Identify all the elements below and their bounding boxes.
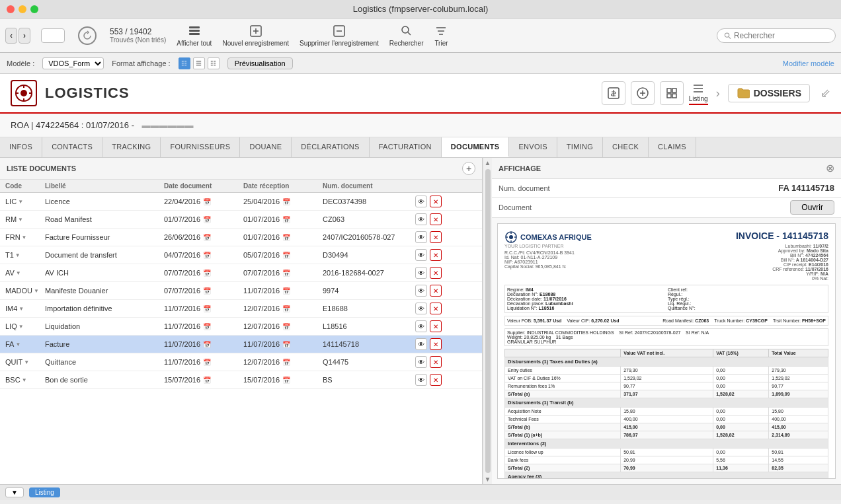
view-btn-4[interactable]: 👁 [415,267,427,279]
listing-button[interactable]: Listing [689,82,708,105]
del-btn-7[interactable]: ✕ [430,320,442,332]
modele-select[interactable]: VDOS_Form [42,57,104,69]
dossiers-button[interactable]: DOSSIERS [728,84,810,102]
modify-model-button[interactable]: Modifier modèle [783,59,834,67]
search-input[interactable] [734,31,828,40]
tab-envois[interactable]: ENVOIS [509,137,557,157]
cal-date-rec-9[interactable]: 📅 [282,359,290,366]
del-btn-4[interactable]: ✕ [430,267,442,279]
tab-timing[interactable]: TIMING [557,137,603,157]
table-row[interactable]: LIC ▼ Licence 22/04/2016 📅 25/04/2016 📅 … [0,193,482,211]
expand-icon[interactable]: ⇙ [821,86,830,100]
del-btn-1[interactable]: ✕ [430,213,442,225]
code-dropdown-1[interactable]: ▼ [18,217,23,223]
code-dropdown-8[interactable]: ▼ [15,342,20,347]
add-circle-icon[interactable] [631,81,655,105]
view-btn-8[interactable]: 👁 [415,338,427,350]
table-row[interactable]: RM ▼ Road Manifest 01/07/2016 📅 01/07/20… [0,211,482,229]
code-dropdown-3[interactable]: ▼ [15,252,20,258]
table-row[interactable]: MADOU ▼ Manifeste Douanier 07/07/2016 📅 … [0,282,482,300]
add-document-button[interactable]: + [462,162,475,175]
code-dropdown-7[interactable]: ▼ [19,324,24,330]
scroll-up-arrow[interactable]: ▲ [485,159,491,166]
view-btn-0[interactable]: 👁 [415,196,427,207]
del-btn-9[interactable]: ✕ [430,356,442,368]
view-btn-5[interactable]: 👁 [415,285,427,297]
tab-fournisseurs[interactable]: FOURNISSEURS [161,137,240,157]
cal-date-rec-3[interactable]: 📅 [282,252,290,259]
del-btn-3[interactable]: ✕ [430,249,442,261]
cal-date-rec-0[interactable]: 📅 [282,198,290,205]
del-btn-2[interactable]: ✕ [430,231,442,243]
view-btn-2[interactable]: 👁 [415,231,427,243]
afficher-tout-button[interactable]: Afficher tout [177,24,212,47]
cal-date-rec-10[interactable]: 📅 [282,377,290,384]
del-btn-6[interactable]: ✕ [430,303,442,314]
table-row[interactable]: AV ▼ AV ICH 07/07/2016 📅 07/07/2016 📅 20… [0,264,482,282]
table-row[interactable]: QUIT ▼ Quittance 11/07/2016 📅 12/07/2016… [0,353,482,371]
del-btn-0[interactable]: ✕ [430,196,442,207]
tab-infos[interactable]: INFOS [0,137,42,157]
minimize-dot[interactable] [19,5,26,13]
code-dropdown-5[interactable]: ▼ [34,288,39,294]
code-dropdown-4[interactable]: ▼ [16,270,21,276]
code-dropdown-9[interactable]: ▼ [24,359,29,365]
rechercher-button[interactable]: Rechercher [389,24,424,47]
view-btn-9[interactable]: 👁 [415,356,427,368]
tab-douane[interactable]: DOUANE [240,137,292,157]
ouvrir-button[interactable]: Ouvrir [790,200,834,215]
scroll-bar[interactable]: ▲ ▼ [483,158,492,484]
cal-date-doc-9[interactable]: 📅 [203,359,211,366]
code-dropdown-0[interactable]: ▼ [18,199,23,205]
tab-declarations[interactable]: DÉCLARATIONS [292,137,369,157]
tab-documents[interactable]: DOCUMENTS [442,137,510,157]
cal-date-doc-7[interactable]: 📅 [203,323,211,330]
table-row[interactable]: LIQ ▼ Liquidation 11/07/2016 📅 12/07/201… [0,318,482,336]
cal-date-doc-4[interactable]: 📅 [203,270,211,277]
chevron-right-icon[interactable]: › [716,87,720,100]
cal-date-rec-4[interactable]: 📅 [282,270,290,277]
tab-claims[interactable]: CLAIMS [649,137,696,157]
cal-date-doc-10[interactable]: 📅 [203,377,211,384]
tab-facturation[interactable]: FACTURATION [370,137,442,157]
maximize-dot[interactable] [30,5,38,13]
search-box[interactable] [717,28,836,43]
cal-date-rec-6[interactable]: 📅 [282,305,290,312]
view-btn-3[interactable]: 👁 [415,249,427,261]
cal-date-rec-8[interactable]: 📅 [282,341,290,348]
cal-date-doc-6[interactable]: 📅 [203,305,211,312]
cal-date-doc-5[interactable]: 📅 [203,287,211,295]
view-btn-6[interactable]: 👁 [415,303,427,314]
format-table-icon[interactable]: ☰ [193,57,205,69]
next-button[interactable]: › [19,28,30,44]
cal-date-rec-5[interactable]: 📅 [282,287,290,295]
del-btn-10[interactable]: ✕ [430,374,442,386]
format-list-icon[interactable]: ☷ [179,57,190,69]
dollar-icon[interactable] [602,81,625,105]
format-grid-icon[interactable]: ☷ [208,57,220,69]
scroll-thumb[interactable] [485,169,491,473]
record-number-input[interactable]: 16 [41,28,65,43]
preview-button[interactable]: Prévisualisation [227,57,293,69]
cal-date-doc-8[interactable]: 📅 [203,341,211,348]
cal-date-rec-1[interactable]: 📅 [282,216,290,223]
refresh-icon[interactable] [78,26,97,45]
del-btn-8[interactable]: ✕ [430,338,442,350]
table-row[interactable]: FRN ▼ Facture Fournisseur 26/06/2016 📅 0… [0,229,482,246]
table-row[interactable]: FA ▼ Facture 11/07/2016 📅 11/07/2016 📅 1… [0,336,482,353]
del-btn-5[interactable]: ✕ [430,285,442,297]
tab-tracking[interactable]: TRACKING [102,137,161,157]
code-dropdown-10[interactable]: ▼ [22,377,27,383]
cal-date-doc-3[interactable]: 📅 [203,252,211,259]
scroll-down-arrow[interactable]: ▼ [485,476,491,483]
cal-date-rec-2[interactable]: 📅 [282,234,290,241]
trier-button[interactable]: Trier [434,24,448,47]
table-row[interactable]: T1 ▼ Document de transfert 04/07/2016 📅 … [0,246,482,264]
affichage-close-button[interactable]: ⊗ [826,162,834,174]
view-btn-10[interactable]: 👁 [415,374,427,386]
code-dropdown-2[interactable]: ▼ [22,234,27,240]
close-dot[interactable] [7,5,15,13]
tab-check[interactable]: CHECK [603,137,649,157]
nouvel-enregistrement-button[interactable]: Nouvel enregistrement [222,24,289,47]
bottom-button-1[interactable]: ▼ [5,487,24,497]
